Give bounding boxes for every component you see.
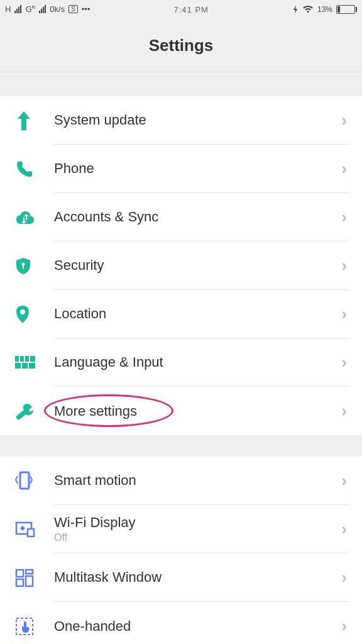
item-label: One-handed — [54, 618, 343, 635]
item-label: Smart motion — [54, 472, 343, 489]
svg-rect-16 — [16, 579, 23, 586]
svg-rect-14 — [26, 570, 33, 574]
chevron-right-icon: › — [341, 401, 347, 421]
more-dots-icon: ••• — [82, 4, 90, 14]
item-label: Accounts & Sync — [54, 209, 343, 225]
item-label: Language & Input — [54, 354, 343, 370]
item-label: More settings — [54, 403, 343, 419]
chevron-right-icon: › — [341, 616, 347, 636]
signal-bars-icon — [39, 5, 46, 13]
item-label: Wi-Fi Display — [54, 514, 343, 531]
settings-group-general: System update › Phone › Accounts & Sync … — [0, 96, 362, 435]
settings-item-location[interactable]: Location › — [0, 290, 362, 338]
screenshot-icon: S — [69, 5, 78, 13]
svg-rect-4 — [20, 356, 24, 362]
multitask-icon — [15, 569, 40, 587]
svg-rect-3 — [15, 356, 19, 362]
chevron-right-icon: › — [341, 519, 347, 539]
location-pin-icon — [15, 304, 40, 325]
item-label: Location — [54, 306, 343, 322]
svg-rect-6 — [30, 356, 35, 362]
smart-motion-icon — [15, 471, 40, 491]
wifi-display-icon — [15, 521, 40, 538]
section-gap — [0, 435, 362, 457]
chevron-right-icon: › — [341, 256, 347, 275]
signal-bars-icon — [14, 5, 21, 13]
settings-item-language-input[interactable]: Language & Input › — [0, 338, 362, 387]
chevron-right-icon: › — [341, 111, 347, 130]
svg-point-2 — [20, 309, 25, 314]
svg-rect-8 — [22, 363, 28, 369]
phone-icon — [15, 160, 40, 179]
svg-rect-7 — [15, 363, 21, 369]
cloud-sync-icon — [15, 210, 40, 225]
svg-rect-15 — [26, 576, 33, 586]
one-handed-icon — [15, 617, 40, 636]
settings-item-accounts-sync[interactable]: Accounts & Sync › — [0, 193, 362, 242]
battery-icon — [336, 5, 357, 14]
item-label: System update — [54, 112, 343, 128]
chevron-right-icon: › — [341, 159, 347, 179]
svg-rect-1 — [23, 265, 24, 269]
page-title: Settings — [149, 36, 214, 55]
settings-item-more-settings[interactable]: More settings › — [0, 387, 362, 435]
item-label: Phone — [54, 160, 343, 177]
charging-icon — [292, 5, 299, 14]
status-time: 7:41 PM — [174, 5, 209, 14]
arrow-up-icon — [15, 110, 40, 131]
settings-item-multitask-window[interactable]: Multitask Window › — [0, 553, 362, 602]
wrench-icon — [15, 402, 40, 421]
settings-group-convenience: Smart motion › Wi-Fi Display Off › Multi… — [0, 457, 362, 644]
battery-pct: 13% — [317, 5, 332, 14]
svg-rect-12 — [28, 529, 34, 536]
sim2-label: GR — [25, 4, 35, 14]
item-label: Multitask Window — [54, 569, 343, 586]
sim1-label: H — [5, 4, 11, 14]
svg-rect-9 — [29, 363, 35, 369]
shield-icon — [15, 257, 40, 275]
settings-item-smart-motion[interactable]: Smart motion › — [0, 457, 362, 505]
status-left: H GR 0k/s S ••• — [5, 4, 90, 14]
settings-item-security[interactable]: Security › — [0, 242, 362, 290]
chevron-right-icon: › — [341, 568, 347, 587]
net-speed: 0k/s — [50, 4, 65, 14]
settings-item-one-handed[interactable]: One-handed › — [0, 602, 362, 644]
svg-rect-13 — [16, 570, 23, 577]
svg-rect-10 — [20, 472, 29, 489]
item-sublabel: Off — [54, 532, 343, 543]
chevron-right-icon: › — [341, 353, 347, 372]
settings-item-system-update[interactable]: System update › — [0, 96, 362, 145]
header: Settings — [0, 19, 362, 72]
chevron-right-icon: › — [341, 304, 347, 324]
settings-item-wifi-display[interactable]: Wi-Fi Display Off › — [0, 505, 362, 553]
status-bar: H GR 0k/s S ••• 7:41 PM 13% — [0, 0, 362, 19]
svg-rect-5 — [25, 356, 29, 362]
chevron-right-icon: › — [341, 208, 347, 227]
settings-item-phone[interactable]: Phone › — [0, 145, 362, 193]
chevron-right-icon: › — [341, 471, 347, 491]
status-right: 13% — [292, 5, 357, 14]
section-spacer — [0, 72, 362, 96]
item-label: Security — [54, 257, 343, 274]
wifi-icon — [302, 5, 314, 14]
keyboard-icon — [15, 356, 40, 370]
